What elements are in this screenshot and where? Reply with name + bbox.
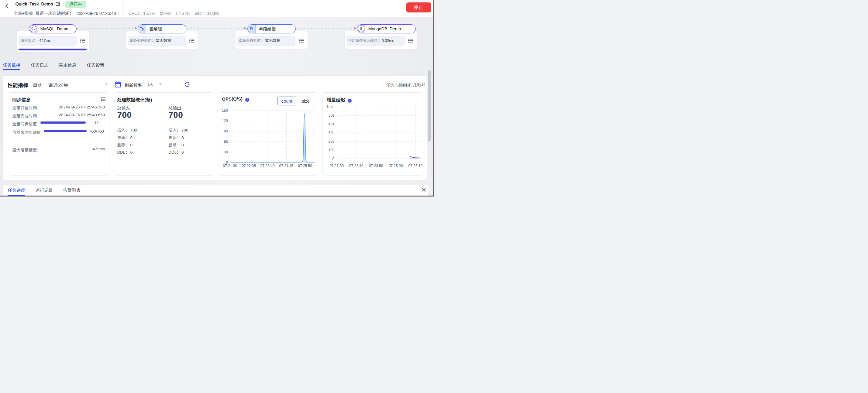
svg-text:1min: 1min bbox=[327, 104, 334, 109]
svg-text:07:24:45: 07:24:45 bbox=[279, 164, 293, 168]
svg-text:90: 90 bbox=[224, 129, 228, 133]
svg-text:07:26:10: 07:26:10 bbox=[408, 163, 423, 168]
svg-text:10s: 10s bbox=[329, 148, 334, 152]
svg-text:0: 0 bbox=[332, 156, 334, 161]
svg-text:07:21:30: 07:21:30 bbox=[223, 164, 237, 168]
svg-text:07:25:00: 07:25:00 bbox=[389, 163, 403, 168]
svg-text:150: 150 bbox=[222, 108, 228, 113]
svg-text:40s: 40s bbox=[329, 122, 334, 126]
svg-text:30: 30 bbox=[224, 150, 228, 154]
svg-text:07:22:35: 07:22:35 bbox=[242, 164, 256, 168]
svg-text:20s: 20s bbox=[329, 139, 334, 143]
svg-text:30s: 30s bbox=[329, 131, 334, 135]
svg-text:07:22:40: 07:22:40 bbox=[349, 163, 364, 168]
svg-text:07:23:50: 07:23:50 bbox=[369, 163, 383, 168]
svg-text:07:21:30: 07:21:30 bbox=[330, 163, 344, 168]
svg-text:07:23:40: 07:23:40 bbox=[260, 164, 275, 168]
svg-text:60: 60 bbox=[224, 139, 228, 144]
svg-text:120: 120 bbox=[222, 119, 228, 123]
svg-text:50s: 50s bbox=[329, 113, 334, 118]
svg-text:07:25:50: 07:25:50 bbox=[298, 164, 312, 168]
